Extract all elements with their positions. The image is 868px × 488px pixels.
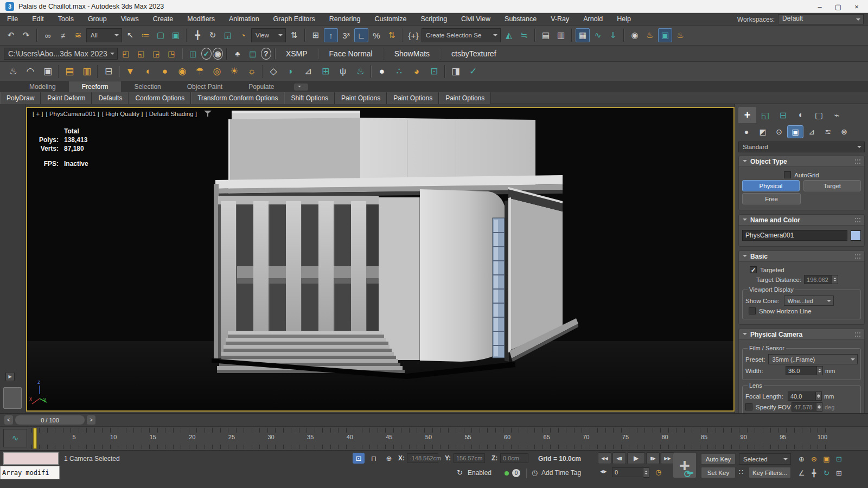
spacewarps-category-icon[interactable]: ≋ [820, 125, 836, 138]
next-frame-button[interactable]: ▮▶ [646, 452, 660, 464]
x-coordinate-field[interactable]: -148.562cm [407, 453, 438, 463]
isolate-selection-icon[interactable]: ⊡ [353, 453, 365, 464]
zoom-extents-icon[interactable]: ▣ [820, 453, 833, 465]
foliage-icon[interactable]: ψ [336, 65, 350, 79]
modify-tab[interactable]: ◱ [756, 107, 774, 123]
selection-lock-icon[interactable]: ⊓ [368, 453, 380, 464]
name-color-rollout-header[interactable]: Name and Color [739, 215, 864, 226]
specify-fov-checkbox[interactable] [745, 403, 752, 410]
curve-editor-icon[interactable]: ∿ [591, 28, 605, 42]
shapes-category-icon[interactable]: ◩ [755, 125, 771, 138]
align-icon[interactable]: ≒ [517, 28, 531, 42]
subtab-paint-options-3[interactable]: Paint Options [439, 92, 491, 104]
mini-curve-editor-icon[interactable]: ∿ [3, 429, 27, 447]
vray-toggle-icon[interactable]: ✓ [466, 65, 480, 79]
key-filters-button[interactable]: Key Filters... [749, 467, 791, 478]
subtab-polydraw[interactable]: PolyDraw [0, 92, 41, 104]
showmats-button[interactable]: ShowMats [387, 48, 437, 60]
rotate-icon[interactable]: ↻ [206, 28, 220, 42]
face-normal-button[interactable]: Face Normal [322, 48, 380, 60]
render-icon[interactable]: ♨ [673, 28, 687, 42]
help-icon[interactable]: ? [261, 48, 271, 60]
workspaces-dropdown[interactable]: Default [778, 14, 864, 24]
selection-set-key-dropdown[interactable]: Selected [739, 453, 791, 465]
record-clock-icon[interactable]: ◉ [213, 48, 223, 60]
percent-snap-icon[interactable]: % [369, 28, 384, 42]
add-time-tag[interactable]: Add Time Tag [541, 469, 581, 477]
rect-region-icon[interactable]: ▢ [154, 28, 168, 42]
ref-coord-dropdown[interactable]: View [251, 28, 286, 42]
light-lister-icon[interactable]: ▤ [62, 65, 76, 79]
menu-civil-view[interactable]: Civil View [454, 13, 497, 25]
go-start-button[interactable]: ◀◀ [598, 452, 611, 464]
set-key-button[interactable]: Set Key [701, 467, 736, 478]
free-light-icon[interactable]: ◎ [210, 65, 224, 79]
subtab-transform-conform-options[interactable]: Transform Conform Options [191, 92, 284, 104]
import-file-icon[interactable]: ◰ [119, 48, 133, 60]
schematic-view-icon[interactable]: ⇓ [606, 28, 620, 42]
rollout-grip-icon[interactable] [855, 254, 860, 259]
menu-modifiers[interactable]: Modifiers [180, 13, 222, 25]
prev-frame-arrow-button[interactable]: < [4, 415, 13, 425]
ctsbytexture-button[interactable]: ctsbyTexturef [444, 48, 503, 60]
object-type-rollout-header[interactable]: Object Type [739, 156, 864, 167]
render-setup-icon[interactable]: ♨ [643, 28, 657, 42]
target-distance-field[interactable]: 196.062 [804, 275, 832, 284]
kbd-override-icon[interactable]: ↑ [324, 28, 338, 42]
mute-count-badge[interactable]: 0 [512, 469, 520, 477]
focal-length-field[interactable]: 40.0 [788, 391, 816, 401]
prev-frame-button[interactable]: ◀▮ [612, 452, 626, 464]
dome-light-icon[interactable]: ◖ [141, 65, 155, 79]
open-recent-icon[interactable]: ◱ [134, 48, 148, 60]
geosphere-light-icon[interactable]: ◉ [175, 65, 189, 79]
helpers-category-icon[interactable]: ⊿ [803, 125, 820, 138]
pivot-center-icon[interactable]: ⇅ [287, 28, 301, 42]
current-frame-field[interactable]: 0 [612, 467, 643, 477]
menu-customize[interactable]: Customize [367, 13, 413, 25]
pan-hand-icon[interactable]: ╋ [808, 467, 820, 479]
tab-modeling[interactable]: Modeling [16, 81, 69, 92]
maximize-viewport-icon[interactable]: ⊞ [833, 467, 845, 479]
timeline-ruler[interactable]: ∿ 05101520253035404550556065707580859095… [0, 426, 868, 450]
display-tab[interactable]: ▢ [810, 107, 828, 123]
orbit-icon[interactable]: ↻ [820, 467, 833, 479]
particles-icon[interactable]: ∴ [392, 65, 406, 79]
viewport-shading-menu[interactable]: [ Default Shading ] [145, 111, 197, 117]
physical-camera-rollout-header[interactable]: Physical Camera [739, 329, 864, 340]
fov-field[interactable]: 47.578 [792, 402, 816, 412]
menu-graph-editors[interactable]: Graph Editors [266, 13, 322, 25]
container-icon[interactable]: ◨ [449, 65, 463, 79]
scale-icon[interactable]: ◲ [221, 28, 235, 42]
bind-spacewarp-icon[interactable]: ≋ [71, 28, 85, 42]
frame-step-arrows-icon[interactable]: ◀▶ [600, 469, 607, 474]
basic-rollout-header[interactable]: Basic [739, 251, 864, 262]
auto-key-button[interactable]: Auto Key [701, 453, 736, 465]
wire-box-icon[interactable]: ◇ [266, 65, 280, 79]
subtab-defaults[interactable]: Defaults [92, 92, 129, 104]
panel-grid-icon[interactable]: ⊞ [318, 65, 333, 79]
motion-tab[interactable]: ◐ [792, 107, 810, 123]
absolute-mode-icon[interactable]: ⊕ [383, 453, 395, 464]
unlink-icon[interactable]: ≠ [56, 28, 70, 42]
loop-icon[interactable]: ↻ [457, 468, 463, 477]
rollout-grip-icon[interactable] [855, 332, 860, 337]
zoom-extents-all-icon[interactable]: ⊡ [833, 453, 845, 465]
redo-icon[interactable]: ↷ [19, 28, 33, 42]
focal-length-spinner[interactable] [816, 391, 822, 401]
material-editor-icon[interactable]: ◉ [628, 28, 642, 42]
create-key-button[interactable]: + [673, 452, 697, 478]
viewport-canvas[interactable]: z x y [27, 108, 733, 410]
object-class-dropdown[interactable]: Standard [738, 142, 865, 152]
fov-icon[interactable]: ∠ [795, 467, 808, 479]
box-object-icon[interactable]: ▣ [41, 65, 55, 79]
mirror-icon[interactable]: ◭ [502, 28, 516, 42]
asset-tracking-icon[interactable]: ◳ [164, 48, 178, 60]
fire-effect-icon[interactable]: ♨ [353, 65, 367, 79]
target-distance-spinner[interactable] [832, 275, 838, 284]
notes-icon[interactable]: ▤ [246, 48, 260, 60]
select-link-icon[interactable]: ∞ [41, 28, 55, 42]
close-button[interactable]: × [847, 1, 866, 12]
z-coordinate-field[interactable]: 0.0cm [500, 453, 528, 463]
maxscript-listener-line[interactable]: Array modifi [0, 466, 60, 479]
play-button[interactable]: ▶ [627, 452, 645, 464]
